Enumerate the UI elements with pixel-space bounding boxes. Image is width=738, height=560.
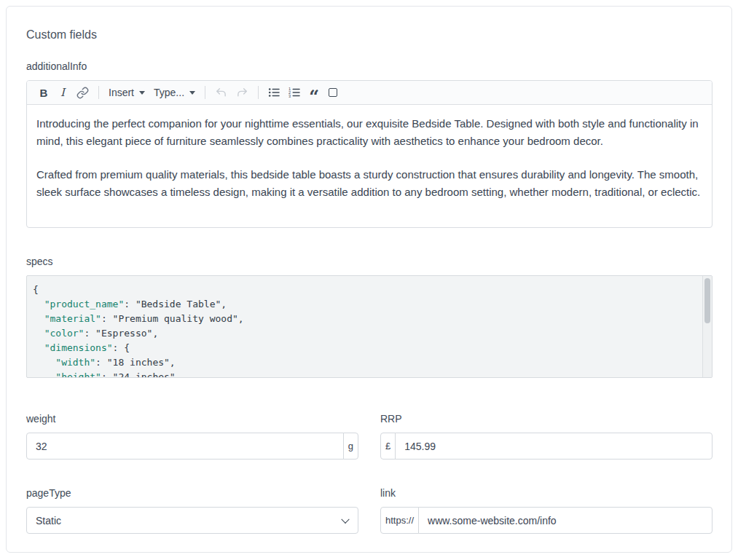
custom-fields-card: Custom fields additionalInfo B I bbox=[6, 6, 732, 553]
toolbar-divider bbox=[98, 86, 99, 99]
page-type-select[interactable]: Static bbox=[26, 507, 358, 534]
ordered-list-button[interactable]: 1 2 3 bbox=[284, 83, 305, 102]
bold-button[interactable]: B bbox=[34, 83, 53, 102]
bold-icon: B bbox=[40, 87, 48, 99]
toolbar-divider bbox=[258, 86, 259, 99]
insert-dropdown-label: Insert bbox=[109, 87, 134, 98]
rich-text-content[interactable]: Introducing the perfect companion for yo… bbox=[27, 105, 712, 227]
bullet-list-button[interactable] bbox=[264, 83, 284, 102]
paragraph: Crafted from premium quality materials, … bbox=[36, 166, 702, 200]
field-weight: weight g bbox=[26, 413, 358, 460]
ordered-list-icon: 1 2 3 bbox=[288, 87, 300, 98]
svg-text:3: 3 bbox=[288, 94, 291, 98]
chevron-down-icon bbox=[189, 91, 195, 95]
italic-icon: I bbox=[60, 86, 65, 99]
redo-button[interactable] bbox=[232, 83, 253, 102]
bullet-list-icon bbox=[268, 87, 280, 98]
link-input[interactable] bbox=[418, 507, 713, 534]
type-dropdown[interactable]: Type... bbox=[149, 83, 200, 102]
italic-button[interactable]: I bbox=[53, 83, 72, 102]
type-dropdown-label: Type... bbox=[154, 87, 184, 98]
currency-prefix-addon: £ bbox=[380, 433, 396, 460]
field-rrp: RRP £ bbox=[380, 413, 713, 460]
specs-label: specs bbox=[26, 256, 713, 267]
page-type-label: pageType bbox=[26, 487, 358, 499]
rrp-input[interactable] bbox=[395, 433, 713, 460]
card-title: Custom fields bbox=[26, 28, 713, 42]
link-icon bbox=[76, 87, 89, 99]
additional-info-label: additionalInfo bbox=[26, 60, 713, 72]
weight-label: weight bbox=[26, 413, 358, 425]
insert-dropdown[interactable]: Insert bbox=[104, 83, 149, 102]
link-button[interactable] bbox=[72, 83, 93, 102]
field-link: link https:// bbox=[380, 487, 713, 534]
redo-icon bbox=[236, 87, 248, 99]
blockquote-button[interactable]: “ bbox=[305, 83, 323, 102]
fields-grid: weight g RRP £ pageType Static link bbox=[26, 413, 713, 534]
field-specs: specs { "product_name": "Bedside Table",… bbox=[26, 256, 713, 378]
blockquote-icon: “ bbox=[309, 93, 319, 100]
undo-icon bbox=[215, 87, 227, 99]
specs-scrollbar-track[interactable] bbox=[702, 276, 712, 377]
specs-code-lines: { "product_name": "Bedside Table", "mate… bbox=[33, 283, 697, 378]
weight-unit-addon: g bbox=[343, 433, 358, 460]
url-protocol-prefix-addon: https:// bbox=[380, 507, 419, 534]
field-additional-info: additionalInfo B I bbox=[26, 60, 713, 228]
link-label: link bbox=[380, 487, 713, 499]
editor-toolbar: B I Insert bbox=[27, 81, 712, 105]
rich-text-editor: B I Insert bbox=[26, 80, 713, 228]
paragraph: Introducing the perfect companion for yo… bbox=[36, 115, 702, 149]
page-type-select-wrap: Static bbox=[26, 507, 358, 534]
field-page-type: pageType Static bbox=[26, 487, 358, 534]
chevron-down-icon bbox=[139, 91, 145, 95]
undo-button[interactable] bbox=[211, 83, 232, 102]
fullscreen-button[interactable] bbox=[323, 83, 342, 102]
toolbar-divider bbox=[205, 86, 205, 99]
rrp-label: RRP bbox=[380, 413, 713, 425]
specs-code-editor[interactable]: { "product_name": "Bedside Table", "mate… bbox=[26, 275, 713, 378]
weight-input[interactable] bbox=[26, 433, 344, 460]
fullscreen-icon bbox=[329, 88, 337, 97]
specs-scrollbar-thumb[interactable] bbox=[704, 278, 710, 323]
